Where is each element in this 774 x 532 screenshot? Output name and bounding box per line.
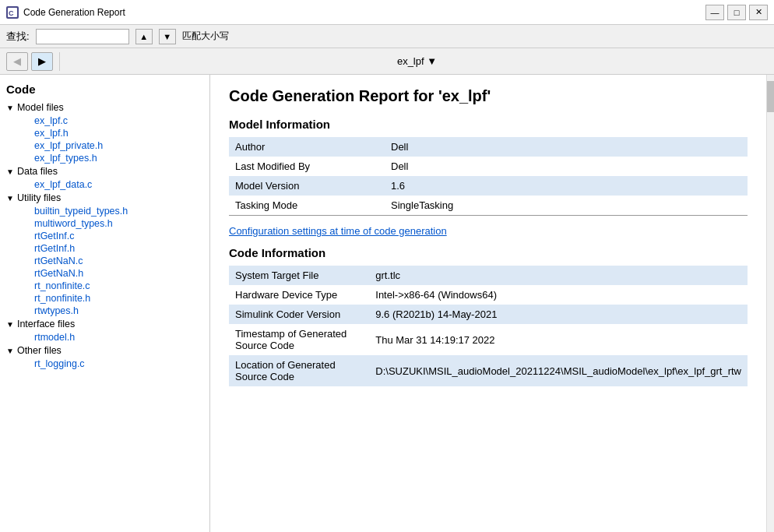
model-info-title: Model Information [229,118,748,131]
code-info-targetfile-value: grt.tlc [369,266,748,285]
code-info-title: Code Information [229,246,748,259]
code-info-table: System Target File grt.tlc Hardware Devi… [229,266,748,386]
other-files-group: ▼ Other files rt_logging.c [0,344,204,370]
utility-files-label: Utility files [17,192,61,203]
list-item[interactable]: rt_nonfinite.c [12,280,204,292]
list-item[interactable]: rt_nonfinite.h [12,292,204,305]
interface-files-label: Interface files [17,319,75,329]
back-arrow-icon: ◀ [13,55,21,67]
list-item[interactable]: rtGetNaN.c [12,255,204,267]
model-files-group: ▼ Model files ex_lpf.c ex_lpf.h ex_lpf_p… [0,100,204,164]
model-info-version-label: Model Version [229,176,385,196]
utility-files-items: builtin_typeid_types.h multiword_types.h… [0,205,204,317]
code-info-location-value: D:\SUZUKI\MSIL_audioModel_20211224\MSIL_… [369,355,748,386]
list-item[interactable]: multiword_types.h [12,217,204,230]
code-info-location-label: Location of Generated Source Code [229,355,369,386]
data-files-items: ex_lpf_data.c [0,178,204,191]
interface-files-arrow: ▼ [6,320,14,329]
interface-files-items: rtmodel.h [0,331,204,344]
interface-files-group: ▼ Interface files rtmodel.h [0,317,204,344]
config-settings-link[interactable]: Configuration settings at time of code g… [229,225,748,237]
minimize-button[interactable]: — [705,5,724,20]
list-item[interactable]: rtGetInf.c [12,230,204,242]
model-files-header[interactable]: ▼ Model files [0,100,204,115]
list-item[interactable]: rtGetNaN.h [12,267,204,280]
close-button[interactable]: ✕ [749,5,768,20]
list-item[interactable]: rt_logging.c [12,358,204,370]
code-info-hardware-value: Intel->x86-64 (Windows64) [369,285,748,305]
list-item[interactable]: builtin_typeid_types.h [12,205,204,217]
table-row: Timestamp of Generated Source Code Thu M… [229,324,748,355]
utility-files-header[interactable]: ▼ Utility files [0,191,204,205]
list-item[interactable]: rtGetInf.h [12,242,204,255]
code-info-simulink-value: 9.6 (R2021b) 14-May-2021 [369,305,748,324]
list-item[interactable]: ex_lpf_private.h [12,139,204,152]
list-item[interactable]: ex_lpf.h [12,127,204,139]
model-info-version-value: 1.6 [385,176,748,196]
nav-title[interactable]: ex_lpf ▼ [66,55,768,67]
match-case-label: 匹配大小写 [182,30,229,43]
model-files-items: ex_lpf.c ex_lpf.h ex_lpf_private.h ex_lp… [0,115,204,164]
list-item[interactable]: ex_lpf.c [12,115,204,127]
search-down-button[interactable]: ▼ [159,29,176,44]
model-info-lastmodified-label: Last Modified By [229,157,385,176]
model-files-arrow: ▼ [6,104,14,112]
main-layout: Code ▼ Model files ex_lpf.c ex_lpf.h ex_… [0,75,774,532]
forward-button[interactable]: ▶ [31,52,53,71]
forward-arrow-icon: ▶ [38,55,46,67]
model-files-label: Model files [17,102,64,113]
data-files-arrow: ▼ [6,167,14,176]
toolbar: 查找: ▲ ▼ 匹配大小写 [0,25,774,48]
svg-text:C: C [9,9,14,17]
code-info-hardware-label: Hardware Device Type [229,285,369,305]
right-scrollbar[interactable] [766,75,774,532]
table-row: Location of Generated Source Code D:\SUZ… [229,355,748,386]
table-row: Tasking Mode SingleTasking [229,196,748,216]
nav-separator [59,52,60,71]
list-item[interactable]: rtwtypes.h [12,305,204,317]
table-row: Last Modified By Dell [229,157,748,176]
content-area: Code Generation Report for 'ex_lpf' Mode… [210,75,766,532]
model-info-author-value: Dell [385,137,748,157]
other-files-header[interactable]: ▼ Other files [0,344,204,358]
code-info-timestamp-value: Thu Mar 31 14:19:17 2022 [369,324,748,355]
window-controls: — □ ✕ [705,5,768,20]
data-files-header[interactable]: ▼ Data files [0,164,204,178]
data-files-group: ▼ Data files ex_lpf_data.c [0,164,204,191]
code-info-targetfile-label: System Target File [229,266,369,285]
interface-files-header[interactable]: ▼ Interface files [0,317,204,331]
back-button[interactable]: ◀ [6,52,28,71]
other-files-items: rt_logging.c [0,358,204,370]
nav-bar: ◀ ▶ ex_lpf ▼ [0,48,774,75]
code-info-timestamp-label: Timestamp of Generated Source Code [229,324,369,355]
list-item[interactable]: ex_lpf_types.h [12,152,204,164]
title-bar-left: C Code Generation Report [6,6,125,19]
maximize-button[interactable]: □ [727,5,746,20]
list-item[interactable]: rtmodel.h [12,331,204,344]
search-up-button[interactable]: ▲ [135,29,153,44]
model-info-table: Author Dell Last Modified By Dell Model … [229,137,748,216]
table-row: System Target File grt.tlc [229,266,748,285]
utility-files-group: ▼ Utility files builtin_typeid_types.h m… [0,191,204,317]
sidebar-content: Code ▼ Model files ex_lpf.c ex_lpf.h ex_… [0,75,204,376]
utility-files-arrow: ▼ [6,194,14,203]
scrollbar-thumb [767,81,774,112]
table-row: Simulink Coder Version 9.6 (R2021b) 14-M… [229,305,748,324]
search-label: 查找: [6,30,30,44]
model-info-tasking-label: Tasking Mode [229,196,385,216]
table-row: Model Version 1.6 [229,176,748,196]
other-files-label: Other files [17,345,62,356]
sidebar-code-header: Code [0,81,204,97]
list-item[interactable]: ex_lpf_data.c [12,178,204,191]
model-info-lastmodified-value: Dell [385,157,748,176]
window-title: Code Generation Report [23,7,125,18]
other-files-arrow: ▼ [6,347,14,355]
table-row: Hardware Device Type Intel->x86-64 (Wind… [229,285,748,305]
sidebar: Code ▼ Model files ex_lpf.c ex_lpf.h ex_… [0,75,210,532]
app-icon: C [6,6,19,19]
search-input[interactable] [36,29,129,44]
title-bar: C Code Generation Report — □ ✕ [0,0,774,25]
table-row: Author Dell [229,137,748,157]
model-info-author-label: Author [229,137,385,157]
data-files-label: Data files [17,166,58,177]
